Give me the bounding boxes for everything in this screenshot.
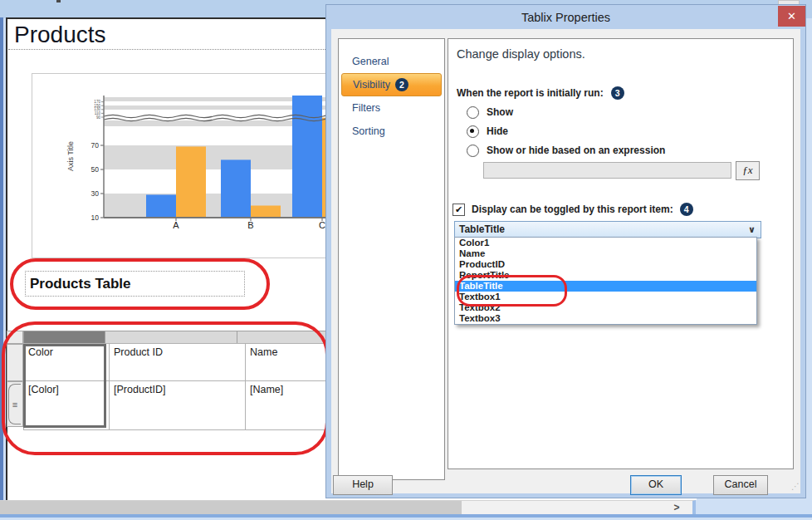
horizontal-scrollbar-thumb[interactable] [0, 501, 462, 514]
report-title-textbox[interactable]: Products [14, 22, 106, 48]
annotation-oval-tabletitle [457, 275, 567, 307]
svg-text:90: 90 [96, 115, 101, 120]
close-icon[interactable]: ✕ [778, 6, 805, 27]
dialog-content-panel: Change display options. When the report … [448, 38, 794, 469]
svg-text:130: 130 [94, 107, 100, 111]
radio-show[interactable]: Show or hide based on an expression [467, 144, 665, 157]
annotation-badge-3: 3 [611, 86, 624, 100]
svg-text:50: 50 [91, 165, 100, 174]
svg-text:170: 170 [94, 100, 100, 104]
chevron-down-icon[interactable]: ∨ [748, 222, 756, 237]
dropdown-item-productid[interactable]: ProductID [455, 259, 756, 270]
svg-text:110: 110 [95, 111, 101, 115]
fx-expression-button[interactable]: ƒx [736, 161, 760, 180]
dialog-nav-visibility[interactable]: Visibility2 [341, 73, 442, 96]
nav-label: Filters [352, 102, 380, 114]
report-item-combobox[interactable]: TableTitle∨ [454, 221, 761, 238]
ok-button[interactable]: OK [630, 475, 682, 495]
dialog-nav-filters[interactable]: Filters [341, 96, 442, 120]
visibility-radio-group: ShowHideShow or hide based on an express… [467, 105, 665, 163]
nav-label: Visibility [353, 79, 390, 91]
svg-text:A: A [173, 220, 179, 230]
radio-show[interactable]: Show [467, 105, 665, 119]
resize-grip-icon: ⋰ [791, 482, 800, 491]
annotation-oval-table-title [10, 258, 270, 310]
radio-label: Show [487, 106, 513, 118]
annotation-badge-2: 2 [395, 78, 408, 91]
svg-text:70: 70 [91, 141, 100, 150]
nav-label: Sorting [352, 125, 385, 137]
dialog-nav-sorting[interactable]: Sorting [341, 120, 442, 143]
dropdown-item-name[interactable]: Name [455, 248, 756, 259]
initial-run-label: When the report is initially run: [457, 87, 604, 99]
radio-circle[interactable] [467, 125, 479, 138]
annotation-badge-4: 4 [680, 203, 693, 216]
initial-run-group: When the report is initially run: 3 [457, 86, 624, 100]
tablix-properties-dialog: Tablix Properties ✕ GeneralVisibility2Fi… [325, 4, 806, 498]
help-button[interactable]: Help [333, 475, 393, 495]
svg-text:B: B [247, 220, 253, 230]
svg-text:C: C [319, 220, 325, 230]
scroll-right-button[interactable]: > [661, 500, 692, 514]
svg-text:Axis Title: Axis Title [66, 141, 75, 171]
toggle-checkbox-row: ✔ Display can be toggled by this report … [452, 203, 693, 216]
svg-text:10: 10 [91, 213, 100, 222]
toggle-checkbox-label: Display can be toggled by this report it… [472, 204, 673, 215]
radio-hide[interactable]: Hide [467, 125, 665, 138]
radio-label: Hide [487, 125, 508, 137]
svg-text:150: 150 [94, 104, 100, 108]
svg-text:30: 30 [91, 189, 100, 198]
dialog-title: Tablix Properties [326, 5, 805, 29]
dialog-nav-general[interactable]: General [341, 50, 442, 73]
nav-label: General [352, 56, 389, 67]
combobox-value: TableTitle [459, 223, 505, 235]
window-bottom-edge [0, 514, 812, 518]
dropdown-item-color1[interactable]: Color1 [455, 238, 756, 248]
bar-chart: 1030507090110130150170ABCAxis Title [32, 73, 328, 258]
expression-input[interactable] [483, 162, 731, 179]
annotation-oval-table [2, 321, 329, 455]
radio-circle[interactable] [467, 106, 479, 119]
cancel-button[interactable]: Cancel [713, 475, 768, 495]
dialog-nav-panel: GeneralVisibility2FiltersSorting [338, 38, 445, 480]
screen: Products 1030507090110130150170ABCAxis T… [0, 0, 812, 520]
radio-label: Show or hide based on an expression [487, 145, 665, 156]
radio-circle[interactable] [467, 145, 479, 157]
toggle-checkbox[interactable]: ✔ [452, 204, 465, 216]
content-heading: Change display options. [457, 47, 585, 61]
dropdown-item-textbox3[interactable]: Textbox3 [455, 313, 756, 324]
window-top-tick [56, 0, 61, 2]
